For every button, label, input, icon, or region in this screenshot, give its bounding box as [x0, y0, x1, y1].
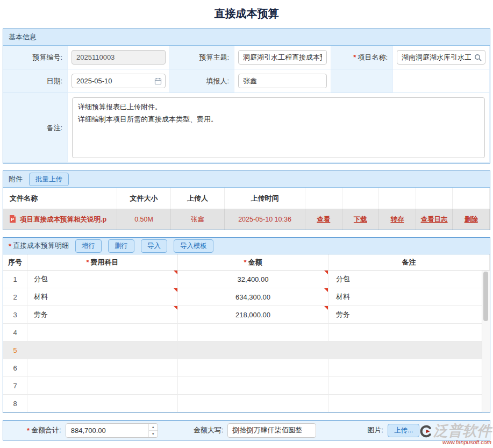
scrollbar-thumb[interactable] — [483, 272, 488, 321]
upload-image-button[interactable]: 上传... — [388, 424, 419, 437]
remark-cell[interactable] — [328, 395, 490, 412]
table-row: 7 — [3, 377, 490, 395]
reporter-input[interactable] — [238, 74, 327, 88]
import-button[interactable]: 导入 — [141, 239, 167, 253]
edited-flag-icon — [324, 271, 328, 274]
stepper-down-button[interactable]: ▼ — [149, 430, 158, 437]
amount-cell[interactable] — [178, 324, 328, 341]
subject-cell[interactable]: 分包 — [27, 271, 178, 288]
save-as-link[interactable]: 转存 — [390, 215, 404, 224]
col-file-name: 文件名称 — [3, 188, 117, 209]
required-asterisk: * — [353, 53, 356, 61]
amount-cell[interactable] — [178, 359, 328, 376]
subject-cell[interactable] — [27, 359, 178, 376]
attachment-row: P 项目直接成本预算相关说明.p 0.50M 张鑫 2025-05-10 10:… — [3, 209, 490, 230]
calendar-icon[interactable] — [154, 77, 162, 85]
table-row: 8 — [3, 395, 490, 413]
remark-cell[interactable] — [328, 359, 490, 376]
basic-info-title: 基本信息 — [9, 32, 37, 42]
col-seq: 序号 — [3, 254, 27, 270]
basic-info-grid: 预算编号: 预算主题: * 项目名称: 日期: — [3, 46, 490, 163]
remark-textarea[interactable]: 详细预算报表已上传附件。 详细编制本项目所需的直接成本类型、费用。 — [72, 97, 485, 158]
delete-link[interactable]: 删除 — [465, 215, 478, 224]
subject-cell[interactable] — [27, 324, 178, 341]
col-action-3 — [379, 188, 416, 209]
stepper-buttons: ▲ ▼ — [148, 424, 158, 437]
add-row-button[interactable]: 增行 — [75, 239, 102, 253]
remark-cell: 详细预算报表已上传附件。 详细编制本项目所需的直接成本类型、费用。 — [68, 93, 490, 163]
budget-no-label: 预算编号: — [3, 46, 68, 69]
attachment-upload-time: 2025-05-10 10:36 — [225, 209, 305, 230]
reporter-label: 填报人: — [170, 69, 234, 93]
project-name-label: * 项目名称: — [331, 46, 393, 69]
col-cost-subject: * 费用科目 — [27, 254, 178, 270]
view-link[interactable]: 查看 — [317, 215, 330, 224]
remark-cell[interactable] — [328, 324, 490, 341]
image-label: 图片: — [367, 425, 383, 435]
subject-cell[interactable] — [27, 342, 178, 359]
total-amount-input[interactable] — [66, 424, 148, 437]
amount-words-label: 金额大写: — [194, 425, 224, 435]
attachment-uploader: 张鑫 — [171, 209, 225, 230]
total-amount-stepper: ▲ ▼ — [66, 423, 158, 438]
page-title: 直接成本预算 — [0, 6, 493, 21]
amount-cell[interactable] — [178, 395, 328, 412]
view-log-link[interactable]: 查看日志 — [421, 215, 448, 224]
remark-cell[interactable] — [328, 342, 490, 359]
table-row: 1 分包 32,400.00 分包 — [3, 271, 490, 288]
col-amount: * 金额 — [178, 254, 328, 270]
attachment-file-cell: P 项目直接成本预算相关说明.p — [3, 209, 117, 230]
budget-no-input[interactable] — [72, 50, 166, 65]
amount-cell[interactable]: 218,000.00 — [178, 306, 328, 323]
subject-input[interactable] — [238, 50, 327, 65]
subject-cell[interactable] — [27, 395, 178, 412]
remark-cell[interactable] — [328, 377, 490, 394]
col-file-size: 文件大小 — [117, 188, 171, 209]
subject-cell[interactable] — [27, 377, 178, 394]
amount-words-input[interactable] — [227, 423, 316, 438]
edited-flag-icon — [324, 288, 328, 292]
table-row: 3 劳务 218,000.00 劳务 — [3, 306, 490, 324]
date-cell — [68, 69, 170, 93]
detail-header: * 直接成本预算明细 增行 删行 导入 导入模板 — [3, 238, 490, 254]
delete-row-button[interactable]: 删行 — [108, 239, 134, 253]
download-link[interactable]: 下载 — [354, 215, 367, 224]
subject-cell[interactable]: 材料 — [27, 288, 178, 305]
amount-cell[interactable]: 634,300.00 — [178, 288, 328, 305]
remark-label: 备注: — [3, 93, 68, 163]
search-icon[interactable] — [474, 54, 482, 61]
vertical-scrollbar[interactable] — [482, 271, 490, 413]
detail-table-body: 1 分包 32,400.00 分包 2 材料 634,300.00 材料 3 劳… — [3, 271, 490, 413]
col-action-2 — [342, 188, 380, 209]
project-name-input[interactable] — [397, 50, 485, 65]
edited-flag-icon — [174, 271, 177, 274]
detail-title: * 直接成本预算明细 — [9, 241, 69, 251]
total-amount-label: 金额合计: — [31, 425, 61, 435]
subject-cell[interactable]: 劳务 — [27, 306, 178, 323]
attachment-file-name[interactable]: 项目直接成本预算相关说明.p — [20, 215, 106, 224]
remark-cell[interactable]: 劳务 — [328, 306, 490, 323]
amount-cell[interactable]: 32,400.00 — [178, 271, 328, 288]
import-template-button[interactable]: 导入模板 — [174, 239, 213, 253]
batch-upload-button[interactable]: 批量上传 — [29, 173, 69, 186]
reporter-cell — [234, 69, 331, 93]
col-upload-time: 上传时间 — [225, 188, 305, 209]
amount-cell[interactable] — [178, 342, 328, 359]
attachment-file-size: 0.50M — [117, 209, 171, 230]
stepper-up-button[interactable]: ▲ — [149, 424, 158, 430]
col-action-5 — [453, 188, 490, 209]
svg-text:P: P — [11, 217, 14, 222]
basic-info-panel: 基本信息 预算编号: 预算主题: * 项目名称: 日期: — [3, 29, 490, 163]
attachments-panel: 附件 批量上传 文件名称 文件大小 上传人 上传时间 P 项目直接成本预算相关说… — [3, 170, 490, 230]
table-row-selected: 5 — [3, 342, 490, 359]
edited-flag-icon — [174, 288, 177, 292]
attachments-title: 附件 — [9, 174, 23, 184]
remark-cell[interactable]: 分包 — [328, 271, 490, 288]
amount-cell[interactable] — [178, 377, 328, 394]
empty-value-cell — [393, 69, 490, 93]
empty-label-cell — [331, 69, 393, 93]
edited-flag-icon — [324, 306, 328, 310]
date-input[interactable] — [72, 74, 166, 88]
table-row: 6 — [3, 359, 490, 377]
remark-cell[interactable]: 材料 — [328, 288, 490, 305]
